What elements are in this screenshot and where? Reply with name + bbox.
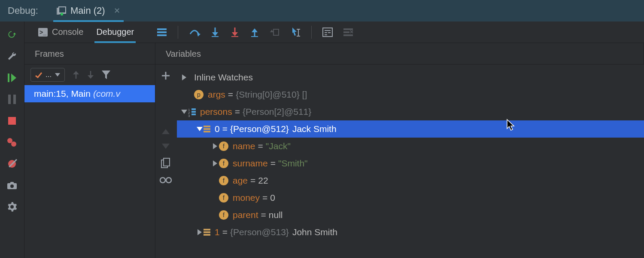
svg-rect-65 <box>191 114 196 115</box>
step-out-icon[interactable] <box>250 28 259 37</box>
copy-icon[interactable] <box>161 158 170 168</box>
new-watch-icon[interactable] <box>161 71 170 80</box>
tree-row-args[interactable]: p args = {String[0]@510} [] <box>177 86 644 103</box>
field-badge-icon: f <box>219 159 228 168</box>
svg-rect-20 <box>212 36 219 37</box>
stop-icon[interactable] <box>6 115 18 126</box>
filter-icon[interactable] <box>102 71 110 79</box>
threads-icon[interactable] <box>157 28 167 36</box>
field-badge-icon: f <box>219 210 228 220</box>
field-badge-icon: f <box>219 141 228 151</box>
move-up-icon <box>162 129 170 134</box>
variables-header: Variables <box>155 43 644 64</box>
view-breakpoints-icon[interactable] <box>6 137 18 148</box>
separator <box>178 26 178 39</box>
run-to-cursor-icon[interactable] <box>291 28 300 37</box>
camera-icon[interactable] <box>6 180 18 191</box>
svg-marker-5 <box>11 74 16 82</box>
frame-row[interactable]: main:15, Main (com.v <box>24 85 155 102</box>
svg-point-3 <box>61 13 63 15</box>
svg-marker-28 <box>270 30 273 32</box>
svg-text:3: 3 <box>188 114 190 118</box>
svg-rect-74 <box>204 231 210 233</box>
svg-point-56 <box>166 178 171 183</box>
svg-rect-26 <box>251 36 258 37</box>
step-over-icon[interactable] <box>189 28 200 37</box>
svg-point-13 <box>10 184 14 188</box>
tree-row-surname[interactable]: f surname = "Smith" <box>177 155 644 172</box>
svg-rect-73 <box>204 229 210 230</box>
svg-marker-29 <box>292 28 297 36</box>
tab-debugger[interactable]: Debugger <box>96 22 134 43</box>
svg-marker-47 <box>88 75 94 79</box>
field-badge-icon: f <box>219 193 228 203</box>
svg-marker-43 <box>55 73 60 77</box>
svg-point-10 <box>11 141 16 147</box>
svg-rect-67 <box>204 126 210 127</box>
svg-rect-14 <box>157 28 167 30</box>
thread-selector[interactable]: ... <box>30 68 65 82</box>
svg-rect-7 <box>13 95 16 104</box>
variables-panel: Inline Watches p args = {String[0]@510} … <box>176 64 644 258</box>
tree-row-parent[interactable]: f parent = null <box>177 206 644 224</box>
tree-row-age[interactable]: f age = 22 <box>177 172 644 189</box>
svg-marker-48 <box>102 71 110 79</box>
svg-rect-63 <box>191 108 196 110</box>
array-icon: 123 <box>188 108 196 116</box>
chevron-down-icon <box>180 110 188 114</box>
svg-rect-23 <box>231 36 238 37</box>
param-badge-icon: p <box>194 90 204 99</box>
svg-point-9 <box>7 138 12 143</box>
tree-row-person-1[interactable]: 1 = {Person@513} John Smith <box>177 224 644 241</box>
step-into-icon[interactable] <box>211 28 219 37</box>
tab-console[interactable]: >_ Console <box>38 22 83 43</box>
svg-marker-71 <box>213 160 217 166</box>
tree-row-person-0[interactable]: 0 = {Person@512} Jack Smith <box>177 120 644 138</box>
wrench-icon[interactable] <box>6 51 18 62</box>
object-icon <box>204 126 210 132</box>
tree-row-money[interactable]: f money = 0 <box>177 189 644 206</box>
variables-tool-column <box>155 64 176 258</box>
settings-gear-icon[interactable] <box>6 201 18 212</box>
frames-header: Frames <box>24 43 155 64</box>
object-icon <box>204 229 210 236</box>
chevron-right-icon <box>180 74 188 80</box>
debug-tabstrip: Debug: Main (2) ✕ <box>0 0 644 22</box>
svg-rect-8 <box>8 117 16 125</box>
close-icon[interactable]: ✕ <box>114 6 120 15</box>
debug-label: Debug: <box>8 5 38 16</box>
tree-row-inline-watches[interactable]: Inline Watches <box>177 69 644 86</box>
svg-rect-16 <box>157 34 167 36</box>
svg-marker-59 <box>181 110 187 114</box>
svg-marker-52 <box>162 144 170 149</box>
svg-rect-27 <box>273 29 279 35</box>
drop-frame-icon <box>270 28 279 37</box>
glasses-icon[interactable] <box>160 177 172 183</box>
debug-toolbar: >_ Console Debugger <box>24 22 644 43</box>
svg-marker-17 <box>197 33 200 37</box>
svg-rect-68 <box>204 128 210 130</box>
svg-marker-45 <box>73 71 79 74</box>
svg-marker-70 <box>213 143 217 149</box>
rerun-icon[interactable] <box>6 29 18 40</box>
force-step-into-icon[interactable] <box>231 28 239 37</box>
pause-icon[interactable] <box>6 94 18 105</box>
svg-marker-25 <box>252 28 258 32</box>
resume-icon[interactable] <box>6 72 18 83</box>
field-badge-icon: f <box>219 176 228 185</box>
chevron-right-icon <box>211 160 219 166</box>
mute-breakpoints-icon[interactable] <box>6 158 18 169</box>
chevron-down-icon <box>55 73 60 77</box>
svg-rect-15 <box>157 31 167 33</box>
svg-rect-40 <box>343 34 353 36</box>
run-config-label: Main (2) <box>70 5 105 16</box>
svg-marker-51 <box>162 129 170 134</box>
left-action-gutter <box>0 22 24 258</box>
tree-row-name[interactable]: f name = "Jack" <box>177 138 644 155</box>
run-config-tab[interactable]: Main (2) ✕ <box>53 0 124 22</box>
frames-panel: ... main:15, Main (com.v <box>24 64 155 258</box>
svg-marker-58 <box>182 74 186 80</box>
evaluate-expression-icon[interactable] <box>323 28 332 37</box>
frame-next-icon <box>87 71 94 79</box>
tree-row-persons[interactable]: 123 persons = {Person[2]@511} <box>177 103 644 120</box>
